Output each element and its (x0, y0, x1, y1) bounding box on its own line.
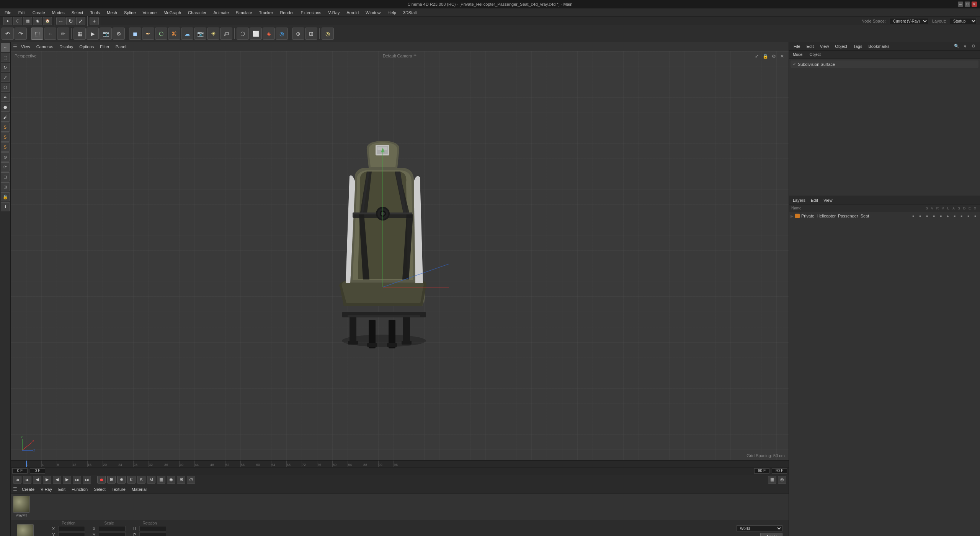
transport-mode-btn[interactable]: ▦ (768, 476, 776, 484)
rotation-h-input[interactable] (139, 526, 166, 531)
layers-tab-edit[interactable]: Edit (809, 198, 820, 203)
viewport-menu-filter[interactable]: Filter (98, 44, 111, 50)
rph-file[interactable]: File (792, 44, 802, 49)
rph-edit[interactable]: Edit (805, 44, 815, 49)
tool-axis-left[interactable]: ⊞ (1, 182, 10, 191)
tool-move[interactable]: ↔ (56, 17, 65, 25)
tool-magnet-left[interactable]: ⟳ (1, 162, 10, 172)
transport-fps[interactable]: ⏱ (187, 476, 195, 484)
menu-tools[interactable]: Tools (87, 10, 103, 16)
tool-info-left[interactable]: ℹ (1, 202, 10, 211)
tool-scale-left[interactable]: ⤢ (1, 73, 10, 82)
frame-end-input1[interactable] (754, 468, 769, 474)
transport-key-mode[interactable]: K (127, 476, 136, 484)
viewport-settings-icon[interactable]: ⚙ (770, 53, 777, 60)
tag-btn[interactable]: 🏷 (220, 28, 232, 40)
rph-bookmarks[interactable]: Bookmarks (867, 44, 891, 49)
mat-tab-vray[interactable]: V-Ray (39, 487, 54, 492)
mat-tab-function[interactable]: Function (70, 487, 89, 492)
tool-s1-left[interactable]: S (1, 123, 10, 132)
viewport-lock-icon[interactable]: 🔒 (762, 53, 769, 60)
viewport-menu-cameras[interactable]: Cameras (34, 44, 56, 50)
menu-spline[interactable]: Spline (121, 10, 139, 16)
transport-timeline-opts2[interactable]: ◉ (167, 476, 175, 484)
tool-lock-left[interactable]: 🔒 (1, 192, 10, 201)
layer-icon-m[interactable]: ■ (931, 213, 937, 219)
layer-icon-v[interactable]: ■ (917, 213, 923, 219)
viewport-menu-options[interactable]: Options (77, 44, 96, 50)
viewport-menu-icon[interactable]: ☰ (13, 44, 17, 49)
transport-timeline-opts3[interactable]: ⊟ (177, 476, 185, 484)
add-btn[interactable]: + (90, 17, 99, 25)
transport-record[interactable]: ⏺ (97, 476, 106, 484)
menu-simulate[interactable]: Simulate (233, 10, 255, 16)
position-y-input[interactable] (58, 532, 85, 536)
menu-create[interactable]: Create (29, 10, 48, 16)
menu-extensions[interactable]: Extensions (297, 10, 324, 16)
viewport-expand-icon[interactable]: ⤢ (753, 53, 760, 60)
light-icon-btn[interactable]: ◎ (322, 28, 334, 40)
mode-point-btn[interactable]: ● (3, 17, 12, 25)
transport-play-rev[interactable]: ◀ (53, 476, 61, 484)
tool-s4-left[interactable]: ⊕ (1, 152, 10, 162)
layer-icon-s[interactable]: ■ (910, 213, 916, 219)
coord-material-thumb[interactable] (17, 524, 34, 536)
transport-prev-key[interactable]: ⏭ (23, 476, 31, 484)
layer-icon-g[interactable]: ■ (952, 213, 958, 219)
cloner-btn[interactable]: ◈ (263, 28, 275, 40)
spline-pen-btn[interactable]: ✒ (142, 28, 154, 40)
environment-btn[interactable]: ☁ (181, 28, 193, 40)
render-settings-btn[interactable]: ⚙ (113, 28, 125, 40)
viewport-close-icon[interactable]: ✕ (779, 53, 786, 60)
layer-icon-l[interactable]: ■ (938, 213, 944, 219)
layer-icon-e[interactable]: ■ (965, 213, 972, 219)
tool-scale[interactable]: ⤢ (76, 17, 85, 25)
menu-arnold[interactable]: Arnold (343, 10, 362, 16)
undo-btn[interactable]: ↶ (2, 28, 14, 40)
menu-volume[interactable]: Volume (140, 10, 160, 16)
fields-btn[interactable]: ◎ (276, 28, 288, 40)
mat-tab-select[interactable]: Select (92, 487, 107, 492)
render-to-picture-btn[interactable]: 📷 (100, 28, 112, 40)
transport-to-start[interactable]: ⏮ (13, 476, 21, 484)
layout-dropdown[interactable]: Startup Standard (950, 18, 977, 24)
position-x-input[interactable] (58, 526, 85, 531)
menu-file[interactable]: File (2, 10, 15, 16)
redo-btn[interactable]: ↷ (15, 28, 27, 40)
frame-current-input[interactable] (30, 468, 45, 474)
scale-y-input[interactable] (99, 532, 126, 536)
mode-poly-btn[interactable]: ▦ (23, 17, 32, 25)
transport-play[interactable]: ▶ (43, 476, 51, 484)
nurbs-btn[interactable]: ⬡ (155, 28, 167, 40)
scale-x-input[interactable] (99, 526, 126, 531)
render-region-btn[interactable]: ▦ (74, 28, 86, 40)
transport-auto-key1[interactable]: ⊞ (107, 476, 116, 484)
world-dropdown[interactable]: World Object (737, 525, 782, 531)
menu-animate[interactable]: Animate (210, 10, 232, 16)
transport-mode-btn2[interactable]: ◎ (778, 476, 786, 484)
scene-objects-btn[interactable]: ⬡ (237, 28, 249, 40)
layer-icon-d[interactable]: ■ (959, 213, 965, 219)
transport-auto-key2[interactable]: ⊕ (117, 476, 126, 484)
layer-expand-icon[interactable]: ▶ (791, 214, 794, 218)
viewport-canvas[interactable]: Perspective Default Camera ** Grid Spaci… (11, 51, 789, 460)
floor-btn[interactable]: ⬜ (250, 28, 262, 40)
rph-view[interactable]: View (818, 44, 831, 49)
rph-settings-icon[interactable]: ⚙ (970, 43, 977, 50)
tool-s2-left[interactable]: S (1, 132, 10, 142)
rph-tags[interactable]: Tags (852, 44, 864, 49)
mat-tab-edit[interactable]: Edit (57, 487, 67, 492)
tool-rotate-left[interactable]: ↻ (1, 63, 10, 72)
tool-sculpt-left[interactable]: ⬣ (1, 103, 10, 112)
rotation-p-input[interactable] (139, 532, 166, 536)
light-btn[interactable]: ☀ (207, 28, 219, 40)
menu-tracker[interactable]: Tracker (256, 10, 276, 16)
minimize-button[interactable]: ─ (958, 2, 963, 7)
transport-to-end[interactable]: ⏭ (83, 476, 91, 484)
transport-motion[interactable]: M (147, 476, 155, 484)
close-button[interactable]: ✕ (972, 2, 977, 7)
menu-3dstalt[interactable]: 3DStalt (400, 10, 420, 16)
render-btn[interactable]: ▶ (87, 28, 99, 40)
mode-scene-btn[interactable]: 🏠 (43, 17, 52, 25)
deformer-btn[interactable]: ⌘ (168, 28, 180, 40)
